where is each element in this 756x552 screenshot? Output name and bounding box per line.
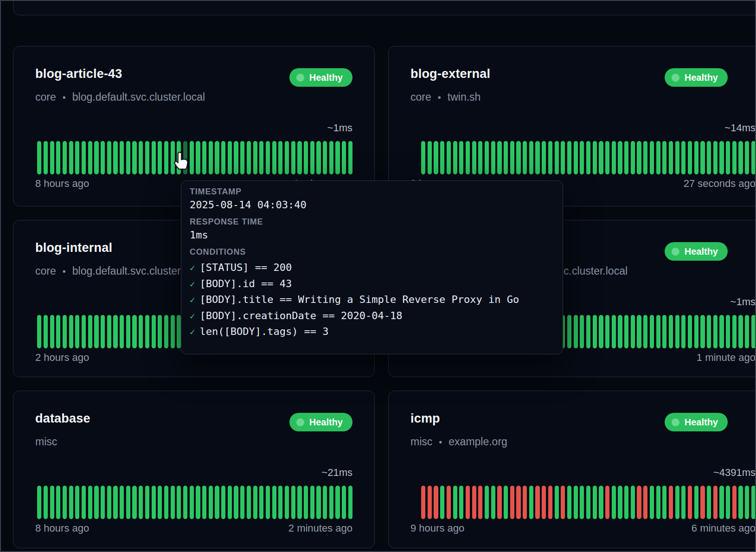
uptime-bar-up[interactable]: [694, 315, 698, 348]
uptime-bar-up[interactable]: [542, 141, 546, 174]
uptime-bar-up[interactable]: [253, 141, 257, 174]
uptime-bar-up[interactable]: [221, 141, 225, 174]
uptime-bar-down[interactable]: [421, 486, 425, 519]
uptime-bar-up[interactable]: [618, 315, 622, 348]
uptime-bar-up[interactable]: [316, 486, 320, 519]
uptime-bar-up[interactable]: [675, 141, 679, 174]
uptime-bar-up[interactable]: [707, 315, 711, 348]
uptime-bar-down[interactable]: [447, 486, 451, 519]
uptime-bar-up[interactable]: [688, 141, 692, 174]
uptime-bar-up[interactable]: [555, 141, 559, 174]
uptime-bar-up[interactable]: [624, 141, 628, 174]
uptime-bar-up[interactable]: [624, 486, 628, 519]
uptime-bar-up[interactable]: [650, 315, 654, 348]
uptime-bar-up[interactable]: [113, 486, 117, 519]
uptime-bar-up[interactable]: [593, 141, 597, 174]
uptime-bar-up[interactable]: [342, 486, 346, 519]
uptime-bar-up[interactable]: [643, 315, 647, 348]
uptime-bar-up[interactable]: [567, 486, 571, 519]
uptime-bar-down[interactable]: [732, 486, 737, 519]
uptime-bar-up[interactable]: [561, 141, 565, 174]
uptime-bar-down[interactable]: [669, 486, 673, 519]
uptime-bar-up[interactable]: [50, 486, 54, 519]
uptime-bar-up[interactable]: [139, 486, 143, 519]
uptime-bar-up[interactable]: [510, 141, 514, 174]
uptime-bar-up[interactable]: [421, 141, 425, 174]
uptime-bar-up[interactable]: [605, 141, 609, 174]
uptime-bar-up[interactable]: [656, 486, 660, 519]
uptime-bar-up[interactable]: [278, 486, 282, 519]
uptime-bar-up[interactable]: [63, 486, 67, 519]
uptime-bar-up[interactable]: [234, 141, 238, 174]
uptime-bar-up[interactable]: [656, 315, 660, 348]
uptime-bar-up[interactable]: [259, 141, 263, 174]
uptime-bar-up[interactable]: [297, 141, 301, 174]
uptime-bar-up[interactable]: [440, 141, 444, 174]
uptime-bar-up[interactable]: [75, 141, 79, 174]
uptime-bar-up[interactable]: [158, 486, 162, 519]
uptime-bar-up[interactable]: [132, 315, 136, 348]
uptime-bar-up[interactable]: [82, 486, 86, 519]
uptime-bar-up[interactable]: [50, 315, 54, 348]
uptime-bar-up[interactable]: [126, 486, 130, 519]
uptime-bar-up[interactable]: [88, 141, 92, 174]
uptime-bar-up[interactable]: [158, 315, 162, 348]
uptime-bar-up[interactable]: [485, 141, 489, 174]
uptime-bar-down[interactable]: [548, 486, 552, 519]
uptime-bar-up[interactable]: [599, 486, 603, 519]
uptime-bar-up[interactable]: [618, 141, 622, 174]
uptime-bar-up[interactable]: [574, 315, 578, 348]
uptime-bar-up[interactable]: [190, 486, 194, 519]
uptime-bar-up[interactable]: [297, 486, 301, 519]
uptime-bar-up[interactable]: [529, 141, 533, 174]
uptime-bar-up[interactable]: [196, 141, 200, 174]
uptime-bar-up[interactable]: [329, 486, 333, 519]
uptime-bar-up[interactable]: [650, 141, 654, 174]
uptime-bar-up[interactable]: [56, 315, 60, 348]
uptime-bar-up[interactable]: [637, 315, 641, 348]
uptime-bar-up[interactable]: [574, 141, 578, 174]
uptime-bar-up[interactable]: [567, 141, 571, 174]
uptime-bar-up[interactable]: [253, 486, 257, 519]
uptime-bar-up[interactable]: [504, 141, 508, 174]
uptime-bar-up[interactable]: [126, 141, 130, 174]
uptime-bar-up[interactable]: [491, 486, 495, 519]
uptime-bar-up[interactable]: [101, 141, 105, 174]
uptime-bar-up[interactable]: [50, 141, 54, 174]
uptime-bar-up[interactable]: [316, 141, 320, 174]
uptime-bar-up[interactable]: [726, 315, 730, 348]
uptime-bar-up[interactable]: [171, 315, 175, 348]
uptime-bar-up[interactable]: [247, 141, 251, 174]
uptime-bar-down[interactable]: [497, 486, 501, 519]
uptime-bar-down[interactable]: [472, 486, 476, 519]
uptime-bar-up[interactable]: [107, 315, 111, 348]
uptime-bar-up[interactable]: [69, 141, 73, 174]
uptime-bar-up[interactable]: [694, 141, 698, 174]
uptime-bar-up[interactable]: [221, 486, 225, 519]
uptime-bar-up[interactable]: [580, 486, 584, 519]
uptime-bar-up[interactable]: [113, 315, 117, 348]
uptime-bar-up[interactable]: [329, 141, 333, 174]
uptime-bar-up[interactable]: [101, 486, 105, 519]
uptime-bar-up[interactable]: [491, 141, 495, 174]
uptime-bar-up[interactable]: [618, 486, 622, 519]
uptime-bar-up[interactable]: [37, 486, 41, 519]
uptime-bar-up[interactable]: [434, 141, 438, 174]
uptime-bar-up[interactable]: [272, 486, 276, 519]
uptime-bar-down[interactable]: [466, 486, 470, 519]
uptime-bar-up[interactable]: [466, 141, 470, 174]
uptime-bar-up[interactable]: [504, 486, 508, 519]
uptime-bar-up[interactable]: [440, 486, 444, 519]
uptime-bar-up[interactable]: [586, 141, 590, 174]
endpoint-card-database[interactable]: databasemiscHealthy~21ms8 hours ago2 min…: [13, 391, 375, 548]
uptime-bar-down[interactable]: [535, 486, 539, 519]
uptime-bar-up[interactable]: [567, 315, 571, 348]
uptime-bar-up[interactable]: [183, 486, 187, 519]
uptime-bar-up[interactable]: [681, 141, 686, 174]
uptime-bar-down[interactable]: [561, 486, 565, 519]
uptime-bar-up[interactable]: [63, 141, 67, 174]
uptime-bar-up[interactable]: [631, 315, 635, 348]
uptime-bar-up[interactable]: [612, 141, 616, 174]
uptime-bar-up[interactable]: [700, 141, 705, 174]
uptime-bar-up[interactable]: [215, 486, 219, 519]
